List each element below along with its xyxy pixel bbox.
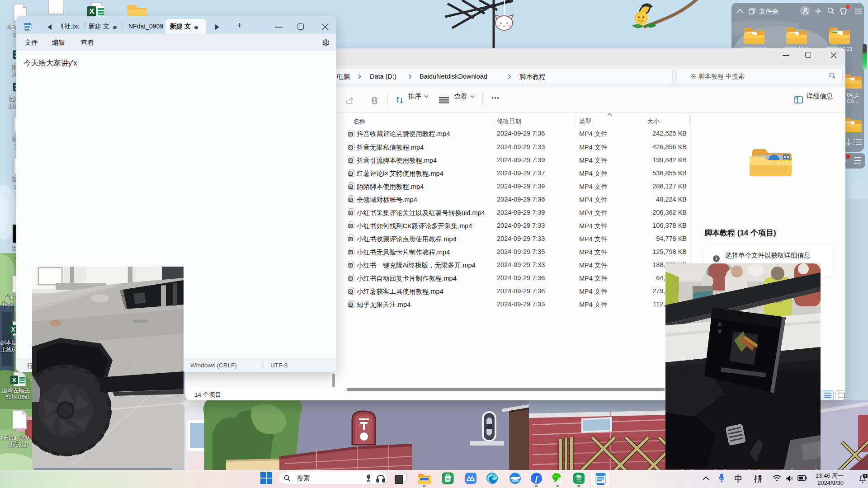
svg-text:X: X: [11, 326, 16, 333]
svg-text:X: X: [89, 7, 94, 16]
svg-text:X: X: [12, 376, 17, 384]
svg-text:z: z: [864, 474, 866, 478]
